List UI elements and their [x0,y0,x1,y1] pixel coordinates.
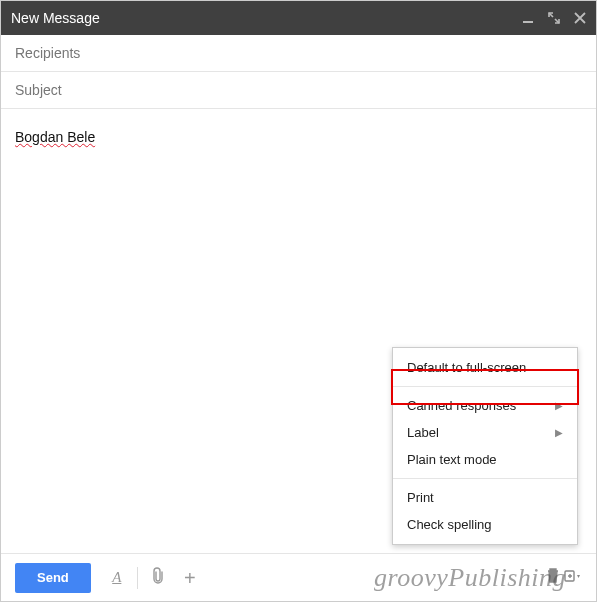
menu-default-fullscreen[interactable]: Default to full-screen [393,354,577,381]
close-icon[interactable] [574,12,586,24]
toolbar-separator [137,567,138,589]
insert-more-icon[interactable]: + [174,571,206,585]
menu-plain-text[interactable]: Plain text mode [393,446,577,473]
minimize-icon[interactable] [522,12,534,24]
svg-rect-0 [523,21,533,23]
toolbar-right [546,553,582,601]
menu-separator [393,478,577,479]
menu-separator [393,386,577,387]
menu-label: Label [407,425,439,440]
expand-icon[interactable] [548,12,560,24]
menu-label-item[interactable]: Label ▶ [393,419,577,446]
menu-label: Check spelling [407,517,492,532]
attachment-icon[interactable] [142,567,174,589]
more-options-icon[interactable] [564,570,582,584]
titlebar: New Message [1,1,596,35]
menu-label: Canned responses [407,398,516,413]
menu-canned-responses[interactable]: Canned responses ▶ [393,392,577,419]
menu-label: Default to full-screen [407,360,526,375]
subject-placeholder: Subject [15,82,62,98]
menu-label: Print [407,490,434,505]
window-controls [522,12,586,24]
compose-toolbar: Send A + [1,553,596,601]
formatting-icon[interactable]: A [101,569,133,586]
recipients-field[interactable]: Recipients [1,35,596,72]
menu-check-spelling[interactable]: Check spelling [393,511,577,538]
menu-print[interactable]: Print [393,484,577,511]
chevron-right-icon: ▶ [555,427,563,438]
more-options-menu: Default to full-screen Canned responses … [392,347,578,545]
send-button[interactable]: Send [15,563,91,593]
subject-field[interactable]: Subject [1,72,596,109]
trash-icon[interactable] [546,567,560,587]
recipients-placeholder: Recipients [15,45,80,61]
menu-label: Plain text mode [407,452,497,467]
chevron-right-icon: ▶ [555,400,563,411]
body-text: Bogdan Bele [15,129,95,145]
window-title: New Message [11,10,522,26]
